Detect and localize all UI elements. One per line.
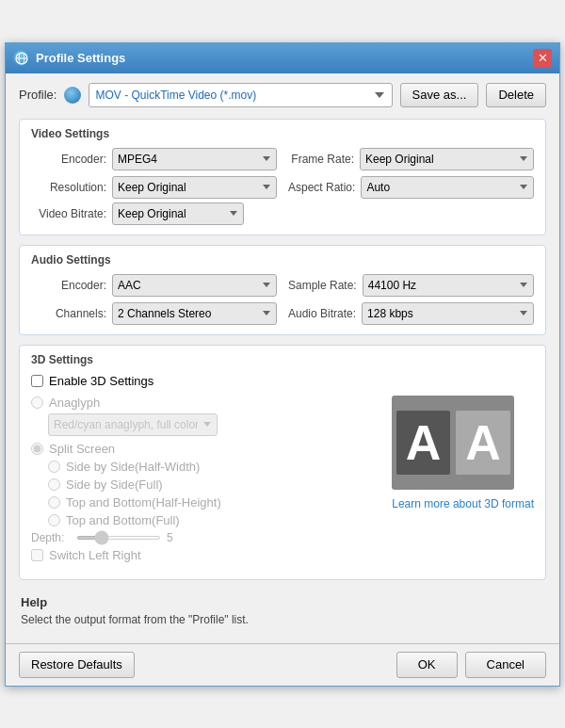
switch-lr-row: Switch Left Right xyxy=(31,548,380,562)
top-bottom-full-label: Top and Bottom(Full) xyxy=(66,513,180,527)
side-by-side-half-row: Side by Side(Half-Width) xyxy=(48,460,380,474)
help-section: Help Select the output format from the "… xyxy=(19,590,546,634)
footer: Restore Defaults OK Cancel xyxy=(6,643,559,686)
top-bottom-half-radio[interactable] xyxy=(48,496,60,509)
channels-label: Channels: xyxy=(31,307,106,320)
preview-letter-a2: A xyxy=(456,411,510,475)
switch-lr-checkbox[interactable] xyxy=(31,549,43,561)
top-bottom-full-row: Top and Bottom(Full) xyxy=(48,513,380,527)
audio-bitrate-label: Audio Bitrate: xyxy=(288,307,356,320)
enable-3d-row: Enable 3D Settings xyxy=(31,374,534,388)
preview-letter-a1: A xyxy=(396,411,451,475)
side-by-side-full-row: Side by Side(Full) xyxy=(48,477,380,492)
anaglyph-label: Anaglyph xyxy=(49,396,100,410)
learn-more-link[interactable]: Learn more about 3D format xyxy=(392,497,534,510)
video-settings-section: Video Settings Encoder: MPEG4 Frame Rate… xyxy=(19,119,546,235)
switch-lr-label: Switch Left Right xyxy=(49,548,141,562)
side-by-side-full-radio[interactable] xyxy=(48,478,60,491)
sample-rate-label: Sample Rate: xyxy=(288,279,357,292)
frame-rate-select[interactable]: Keep Original xyxy=(360,148,534,170)
audio-settings-grid: Encoder: AAC Sample Rate: 44100 Hz Chann… xyxy=(31,274,534,325)
channels-row: Channels: 2 Channels Stereo xyxy=(31,302,277,325)
depth-slider[interactable] xyxy=(76,536,161,540)
split-screen-radio[interactable] xyxy=(31,443,43,455)
aspect-ratio-row: Aspect Ratio: Auto xyxy=(288,176,534,199)
profile-select[interactable]: MOV - QuickTime Video (*.mov) xyxy=(89,83,392,107)
ok-button[interactable]: OK xyxy=(396,652,458,678)
3d-left: Anaglyph Red/cyan anaglyph, full color S… xyxy=(31,396,380,570)
help-title: Help xyxy=(21,595,544,609)
audio-encoder-label: Encoder: xyxy=(31,279,106,292)
aa-preview: A A xyxy=(396,411,510,475)
profile-label: Profile: xyxy=(19,88,56,102)
title-bar-left: Profile Settings xyxy=(13,50,125,67)
main-window: Profile Settings ✕ Profile: MOV - QuickT… xyxy=(5,42,560,687)
3d-main: Anaglyph Red/cyan anaglyph, full color S… xyxy=(31,396,534,570)
restore-defaults-button[interactable]: Restore Defaults xyxy=(19,652,135,678)
sample-rate-select[interactable]: 44100 Hz xyxy=(363,274,534,297)
top-bottom-half-label: Top and Bottom(Half-Height) xyxy=(66,495,221,510)
save-as-button[interactable]: Save as... xyxy=(400,83,479,107)
side-by-side-full-label: Side by Side(Full) xyxy=(66,477,163,492)
resolution-label: Resolution: xyxy=(31,181,106,194)
audio-settings-title: Audio Settings xyxy=(31,253,534,267)
globe-icon xyxy=(13,50,30,67)
3d-preview: A A xyxy=(392,396,514,490)
depth-row: Depth: 5 xyxy=(31,531,380,544)
footer-buttons: OK Cancel xyxy=(396,652,546,678)
window-title: Profile Settings xyxy=(36,51,125,65)
anaglyph-radio[interactable] xyxy=(31,396,43,409)
enable-3d-label: Enable 3D Settings xyxy=(49,374,153,388)
resolution-row: Resolution: Keep Original xyxy=(31,176,277,199)
title-bar: Profile Settings ✕ xyxy=(6,43,559,73)
anaglyph-type-select[interactable]: Red/cyan anaglyph, full color xyxy=(48,413,218,436)
depth-label: Depth: xyxy=(31,531,71,544)
help-text: Select the output format from the "Profi… xyxy=(21,613,544,626)
encoder-select[interactable]: MPEG4 xyxy=(112,148,277,170)
resolution-select[interactable]: Keep Original xyxy=(112,176,277,199)
video-settings-title: Video Settings xyxy=(31,127,534,140)
audio-encoder-select[interactable]: AAC xyxy=(112,274,277,297)
encoder-row: Encoder: MPEG4 xyxy=(31,148,277,170)
encoder-label: Encoder: xyxy=(31,153,106,166)
aspect-ratio-label: Aspect Ratio: xyxy=(288,181,355,194)
profile-row: Profile: MOV - QuickTime Video (*.mov) S… xyxy=(19,83,546,107)
anaglyph-row: Anaglyph xyxy=(31,396,380,410)
depth-value: 5 xyxy=(167,531,189,544)
frame-rate-row: Frame Rate: Keep Original xyxy=(288,148,534,170)
3d-settings-title: 3D Settings xyxy=(31,353,534,366)
main-content: Profile: MOV - QuickTime Video (*.mov) S… xyxy=(6,73,559,643)
video-bitrate-label: Video Bitrate: xyxy=(31,207,106,220)
split-screen-label: Split Screen xyxy=(49,442,115,456)
audio-bitrate-row: Audio Bitrate: 128 kbps xyxy=(288,302,534,325)
top-bottom-full-radio[interactable] xyxy=(48,514,60,526)
close-button[interactable]: ✕ xyxy=(533,49,552,68)
frame-rate-label: Frame Rate: xyxy=(288,153,354,166)
audio-bitrate-select[interactable]: 128 kbps xyxy=(362,302,534,325)
video-bitrate-select[interactable]: Keep Original xyxy=(112,202,244,225)
top-bottom-half-row: Top and Bottom(Half-Height) xyxy=(48,495,380,510)
enable-3d-checkbox[interactable] xyxy=(31,375,43,387)
cancel-button[interactable]: Cancel xyxy=(465,652,546,678)
delete-button[interactable]: Delete xyxy=(486,83,546,107)
audio-encoder-row: Encoder: AAC xyxy=(31,274,277,297)
3d-settings-section: 3D Settings Enable 3D Settings Anaglyph … xyxy=(19,345,546,580)
audio-settings-section: Audio Settings Encoder: AAC Sample Rate:… xyxy=(19,245,546,335)
video-bitrate-row: Video Bitrate: Keep Original xyxy=(31,202,534,225)
sample-rate-row: Sample Rate: 44100 Hz xyxy=(288,274,534,297)
profile-icon xyxy=(64,87,81,104)
3d-right: A A Learn more about 3D format xyxy=(392,396,534,570)
side-by-side-half-label: Side by Side(Half-Width) xyxy=(66,460,200,474)
video-settings-grid: Encoder: MPEG4 Frame Rate: Keep Original… xyxy=(31,148,534,199)
side-by-side-half-radio[interactable] xyxy=(48,461,60,473)
aspect-ratio-select[interactable]: Auto xyxy=(361,176,534,199)
channels-select[interactable]: 2 Channels Stereo xyxy=(112,302,277,325)
split-screen-row: Split Screen xyxy=(31,442,380,456)
